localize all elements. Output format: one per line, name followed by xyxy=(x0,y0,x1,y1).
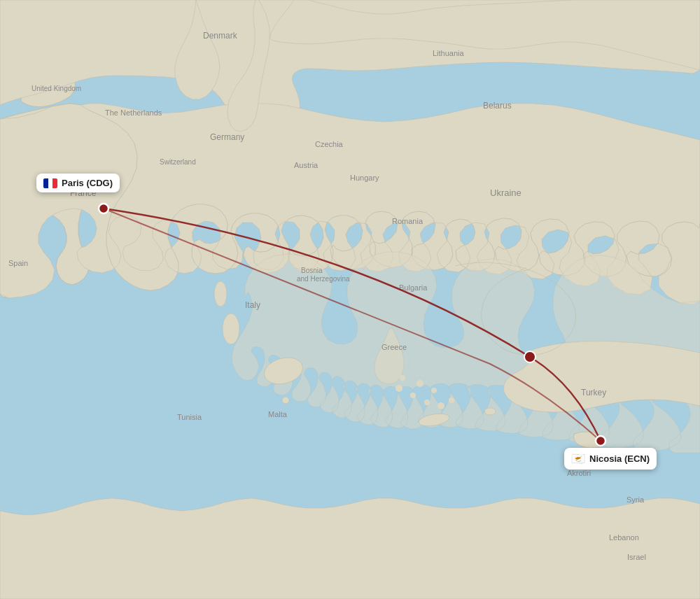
svg-point-11 xyxy=(484,408,496,415)
svg-text:Syria: Syria xyxy=(626,495,645,504)
nicosia-airport-label: 🇨🇾 Nicosia (ECN) xyxy=(564,448,657,470)
svg-text:Israel: Israel xyxy=(627,553,646,561)
svg-text:United Kingdom: United Kingdom xyxy=(31,85,81,92)
svg-text:Austria: Austria xyxy=(294,161,318,169)
svg-point-43 xyxy=(99,204,108,213)
svg-text:Lebanon: Lebanon xyxy=(609,533,639,542)
svg-text:Denmark: Denmark xyxy=(203,31,238,41)
svg-text:Turkey: Turkey xyxy=(581,388,606,397)
svg-text:Czechia: Czechia xyxy=(315,140,344,148)
svg-point-5 xyxy=(438,402,444,409)
svg-point-8 xyxy=(416,380,424,387)
svg-point-14 xyxy=(214,281,227,306)
svg-text:Akrotiri: Akrotiri xyxy=(567,469,591,477)
svg-text:Tunisia: Tunisia xyxy=(177,413,202,421)
map-container: The Netherlands France Germany United Ki… xyxy=(0,0,700,599)
svg-text:Germany: Germany xyxy=(210,132,244,142)
svg-point-7 xyxy=(431,388,437,393)
france-flag xyxy=(43,178,57,188)
svg-point-15 xyxy=(282,397,289,404)
paris-airport-text: Paris (CDG) xyxy=(62,178,113,188)
paris-airport-label: Paris (CDG) xyxy=(36,174,120,192)
svg-point-44 xyxy=(596,436,606,446)
nicosia-airport-text: Nicosia (ECN) xyxy=(589,453,650,464)
svg-point-42 xyxy=(524,351,536,362)
svg-text:Bosnia: Bosnia xyxy=(301,267,323,274)
svg-text:Greece: Greece xyxy=(382,343,407,351)
svg-text:Romania: Romania xyxy=(392,217,424,225)
svg-point-3 xyxy=(410,393,416,398)
svg-text:Malta: Malta xyxy=(268,410,288,418)
svg-point-9 xyxy=(400,375,405,381)
svg-point-2 xyxy=(396,385,402,392)
map-svg: The Netherlands France Germany United Ki… xyxy=(0,0,700,599)
svg-text:Italy: Italy xyxy=(245,300,260,310)
svg-text:Spain: Spain xyxy=(8,259,28,267)
svg-point-13 xyxy=(223,313,239,344)
cyprus-flag-emoji: 🇨🇾 xyxy=(571,452,585,465)
svg-point-6 xyxy=(449,397,454,403)
svg-text:Hungary: Hungary xyxy=(350,174,379,182)
svg-text:Lithuania: Lithuania xyxy=(433,49,465,57)
svg-text:Ukraine: Ukraine xyxy=(490,188,522,198)
svg-text:Switzerland: Switzerland xyxy=(160,158,196,166)
svg-text:The Netherlands: The Netherlands xyxy=(105,108,162,117)
svg-text:and Herzegovina: and Herzegovina xyxy=(297,275,350,283)
svg-text:Belarus: Belarus xyxy=(483,101,512,111)
svg-point-4 xyxy=(424,400,430,405)
